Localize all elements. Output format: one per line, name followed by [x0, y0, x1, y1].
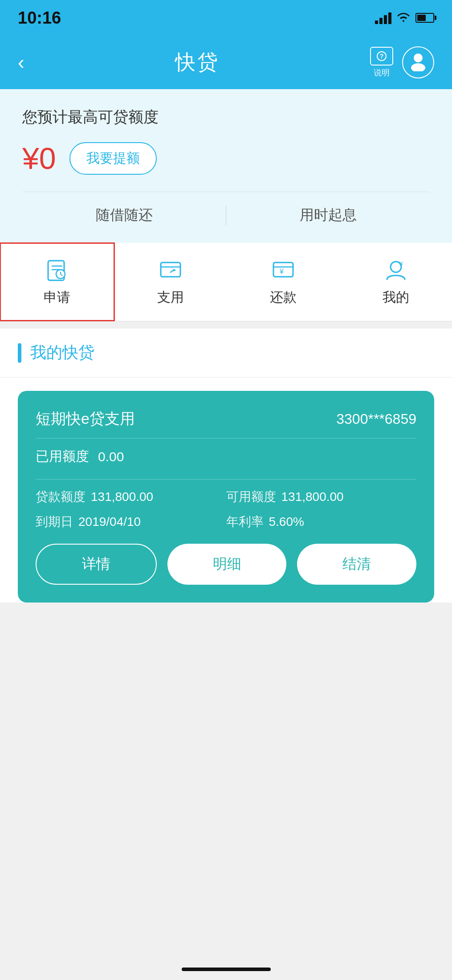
- section-indicator: [18, 343, 21, 363]
- loan-amount-label: 贷款额度: [36, 488, 86, 505]
- loan-amount-item: 贷款额度 131,800.00: [36, 488, 226, 505]
- back-button[interactable]: ‹: [18, 51, 24, 74]
- nav-bar: ‹ 快贷 ? 说明: [0, 36, 452, 89]
- my-loans-header: 我的快贷: [0, 328, 452, 377]
- mine-icon: ¥: [383, 257, 409, 284]
- credit-features: 随借随还 用时起息: [22, 192, 430, 225]
- tab-repay[interactable]: ¥ 还款: [227, 243, 340, 321]
- status-icons: [375, 11, 434, 25]
- wifi-icon: [397, 11, 410, 25]
- bottom-area: [0, 616, 452, 980]
- signal-icon: [375, 12, 391, 24]
- loan-used-value: 0.00: [98, 449, 124, 464]
- settle-button[interactable]: 结清: [297, 544, 416, 585]
- apply-icon: [44, 257, 70, 284]
- credit-amount-row: ¥0 我要提额: [22, 141, 430, 176]
- loan-details-grid: 贷款额度 131,800.00 可用额度 131,800.00 到期日 2019…: [36, 479, 416, 530]
- loan-type: 短期快e贷支用: [36, 409, 135, 429]
- rate-value: 5.60%: [269, 515, 304, 529]
- svg-point-0: [414, 53, 423, 62]
- avatar-icon: [407, 50, 429, 75]
- help-button[interactable]: ? 说明: [370, 47, 393, 78]
- available-label: 可用额度: [226, 488, 276, 505]
- my-loans-section: 我的快贷 短期快e贷支用 3300***6859 已用额度 0.00 贷款额度 …: [0, 328, 452, 603]
- due-date-item: 到期日 2019/04/10: [36, 513, 226, 530]
- svg-rect-8: [161, 262, 180, 277]
- credit-boost-button[interactable]: 我要提额: [69, 142, 157, 175]
- tab-repay-label: 还款: [270, 288, 297, 307]
- loan-card-header: 短期快e贷支用 3300***6859: [36, 409, 416, 439]
- tab-mine[interactable]: ¥ 我的: [339, 243, 452, 321]
- tab-use-label: 支用: [157, 288, 184, 307]
- tab-apply-label: 申请: [44, 288, 70, 307]
- svg-point-1: [411, 63, 425, 71]
- tab-mine-label: 我的: [383, 288, 409, 307]
- rate-item: 年利率 5.60%: [226, 513, 417, 530]
- my-loans-title: 我的快贷: [30, 342, 94, 364]
- home-indicator: [182, 968, 271, 971]
- tabs-section: 申请 支用 ¥ 还款 ¥ 我的: [0, 243, 452, 321]
- due-date-value: 2019/04/10: [78, 515, 141, 529]
- loan-actions: 详情 明细 结清: [36, 544, 416, 585]
- battery-icon: [415, 13, 434, 23]
- status-bar: 10:16: [0, 0, 452, 36]
- repay-icon: ¥: [270, 257, 297, 284]
- tab-use[interactable]: 支用: [114, 243, 227, 321]
- credit-amount: ¥0: [22, 141, 56, 176]
- svg-text:¥: ¥: [399, 260, 403, 267]
- due-date-label: 到期日: [36, 513, 73, 530]
- page-title: 快贷: [175, 49, 220, 76]
- available-amount-item: 可用额度 131,800.00: [226, 488, 417, 505]
- svg-text:¥: ¥: [279, 268, 284, 275]
- credit-label: 您预计最高可贷额度: [22, 107, 430, 127]
- available-value: 131,800.00: [281, 490, 344, 504]
- loan-amount-value: 131,800.00: [91, 490, 153, 504]
- rate-label: 年利率: [226, 513, 264, 530]
- tab-apply[interactable]: 申请: [0, 242, 115, 321]
- credit-section: 您预计最高可贷额度 ¥0 我要提额 随借随还 用时起息: [0, 89, 452, 243]
- use-icon: [157, 257, 184, 284]
- statement-button[interactable]: 明细: [167, 544, 287, 585]
- loan-used-label: 已用额度: [36, 447, 89, 466]
- feature-borrow-repay: 随借随还: [22, 205, 226, 225]
- loan-account-no: 3300***6859: [336, 411, 416, 427]
- status-time: 10:16: [18, 8, 61, 28]
- nav-right: ? 说明: [370, 46, 434, 78]
- help-label: 说明: [374, 67, 390, 78]
- feature-interest: 用时起息: [226, 205, 430, 225]
- details-button[interactable]: 详情: [36, 544, 157, 585]
- avatar[interactable]: [402, 46, 434, 78]
- loan-card: 短期快e贷支用 3300***6859 已用额度 0.00 贷款额度 131,8…: [18, 391, 434, 603]
- loan-used-row: 已用额度 0.00: [36, 447, 416, 466]
